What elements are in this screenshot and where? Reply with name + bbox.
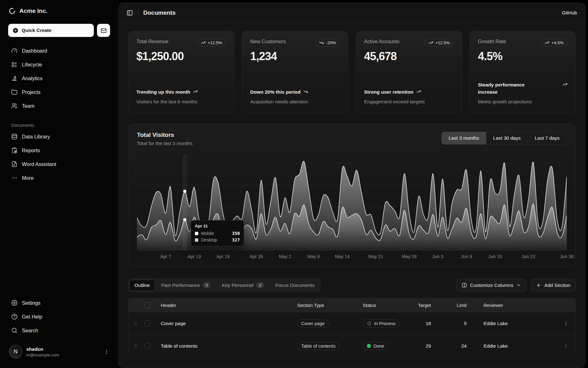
x-tick: Jun 30: [560, 254, 574, 259]
row-reviewer[interactable]: Eddie Lake: [482, 343, 557, 349]
sidebar-item-projects[interactable]: Projects: [8, 85, 110, 99]
range-last-7-days[interactable]: Last 7 days: [528, 132, 566, 144]
trending-up-icon: [201, 40, 205, 45]
file-text-icon: [11, 161, 18, 167]
inbox-button[interactable]: [97, 24, 110, 37]
tab-count-badge: 2: [256, 282, 264, 288]
sidebar-item-label: Data Library: [22, 134, 50, 140]
x-tick: May 14: [335, 254, 350, 259]
github-link[interactable]: GitHub: [562, 10, 577, 16]
spinner-icon: [367, 321, 372, 326]
desktop-swatch: [195, 238, 198, 242]
metric-footer-line2: Visitors for the last 6 months: [136, 98, 226, 105]
tab-past-performance[interactable]: Past Performance3: [156, 279, 216, 291]
avatar: N: [9, 345, 23, 359]
x-tick: Apr 19: [216, 254, 230, 259]
add-section-button[interactable]: Add Section: [531, 279, 576, 292]
sidebar-item-team[interactable]: Team: [8, 99, 110, 113]
x-tick: Jun 22: [522, 254, 535, 259]
x-tick: May 2: [279, 254, 291, 259]
trending-down-icon: [303, 89, 308, 94]
drag-handle[interactable]: [128, 344, 143, 348]
help-circle-icon: [11, 314, 18, 320]
sidebar-item-analytics[interactable]: Analytics: [8, 71, 110, 85]
tab-key-personnel[interactable]: Key Personnel2: [216, 279, 269, 291]
row-limit[interactable]: 5: [447, 321, 482, 326]
sidebar-nav-secondary: Settings Get Help Search: [8, 296, 110, 337]
tab-count-badge: 3: [203, 282, 210, 288]
sidebar-item-label: More: [22, 175, 34, 181]
range-last-3-months[interactable]: Last 3 months: [442, 132, 486, 144]
sidebar-item-reports[interactable]: Reports: [8, 143, 110, 157]
row-header[interactable]: Table of contents: [156, 343, 289, 349]
row-actions-kebab[interactable]: [563, 321, 569, 326]
sidebar-item-more[interactable]: More: [8, 171, 110, 185]
select-all-checkbox[interactable]: [144, 302, 150, 308]
metric-footer-line2: Engagement exceed targets: [364, 98, 454, 105]
tab-outline[interactable]: Outline: [129, 280, 155, 291]
sidebar-item-datalib[interactable]: Data Library: [8, 130, 110, 143]
brand-logo-icon: [9, 8, 16, 14]
user-menu-kebab-icon[interactable]: [104, 349, 109, 355]
sidebar-item-lifecycle[interactable]: Lifecycle: [8, 58, 110, 71]
sidebar-nav-main: Dashboard Lifecycle Analytics Projects T…: [8, 44, 110, 113]
range-last-30-days[interactable]: Last 30 days: [486, 132, 528, 144]
sidebar-item-help[interactable]: Get Help: [8, 310, 110, 324]
sidebar: Acme Inc. Quick Create Dashboard Lifecyc…: [0, 0, 118, 368]
sections-table: Header Section Type Status Target Limit …: [128, 298, 576, 357]
row-target[interactable]: 18: [417, 321, 447, 326]
row-checkbox[interactable]: [144, 320, 150, 326]
x-tick: Jun 9: [461, 254, 472, 259]
drag-handle[interactable]: [128, 321, 143, 326]
sidebar-item-label: Word Assistant: [22, 161, 56, 167]
x-tick: Apr 7: [160, 254, 171, 259]
tab-focus-documents[interactable]: Focus Documents: [270, 280, 320, 291]
quick-create-button[interactable]: Quick Create: [8, 24, 94, 37]
tooltip-row-desktop: Desktop 327: [195, 237, 240, 242]
user-name: shadcn: [26, 346, 100, 352]
row-header[interactable]: Cover page: [156, 321, 289, 326]
metric-label: New Customers: [250, 39, 286, 44]
row-checkbox[interactable]: [144, 343, 150, 349]
lifecycle-icon: [11, 61, 18, 68]
status-badge: Done: [363, 342, 388, 350]
metric-cards: Total Revenue +12.5% $1,250.00 Trending …: [128, 31, 576, 113]
user-menu[interactable]: N shadcn m@example.com: [8, 343, 110, 360]
tooltip-row-mobile: Mobile 350: [195, 231, 240, 236]
row-target[interactable]: 29: [417, 343, 447, 349]
metric-value: 45,678: [364, 50, 454, 63]
metric-footer-line2: Acquisition needs attention: [250, 98, 340, 105]
sidebar-item-dashboard[interactable]: Dashboard: [8, 44, 110, 58]
visitors-area-chart[interactable]: Apr 11 Mobile 350 Desktop 327: [137, 154, 567, 250]
row-actions-kebab[interactable]: [563, 343, 569, 349]
dashboard-icon: [11, 48, 18, 54]
metric-card-4: Growth Rate +4.5% 4.5% Steady performanc…: [469, 31, 576, 113]
trending-up-icon: [416, 89, 421, 94]
done-dot-icon: [367, 344, 371, 348]
mail-icon: [101, 28, 107, 34]
metric-label: Growth Rate: [478, 39, 506, 44]
sidebar-item-label: Search: [22, 328, 38, 334]
sidebar-item-search[interactable]: Search: [8, 324, 110, 337]
metric-value: 4.5%: [478, 50, 567, 63]
table-header-row: Header Section Type Status Target Limit …: [128, 298, 575, 312]
trending-up-icon: [428, 40, 433, 45]
row-reviewer[interactable]: Eddie Lake: [482, 321, 557, 326]
page-title: Documents: [143, 9, 175, 16]
bar-chart-icon: [11, 75, 18, 81]
sidebar-item-word[interactable]: Word Assistant: [8, 157, 110, 171]
row-limit[interactable]: 24: [447, 343, 482, 349]
x-tick: May 28: [402, 254, 417, 259]
header-divider: [138, 10, 138, 16]
range-toggle-group: Last 3 monthsLast 30 daysLast 7 days: [441, 132, 567, 145]
sections-tabs: OutlinePast Performance3Key Personnel2Fo…: [128, 278, 321, 292]
sidebar-toggle-button[interactable]: [127, 10, 133, 16]
trending-up-icon: [563, 82, 567, 87]
chart-subtitle: Total for the last 3 months: [137, 141, 192, 146]
brand[interactable]: Acme Inc.: [8, 6, 110, 16]
page-header: Documents GitHub: [119, 3, 585, 23]
sidebar-item-settings[interactable]: Settings: [8, 296, 110, 310]
customize-columns-button[interactable]: Customize Columns: [456, 279, 527, 292]
chevron-down-icon: [516, 283, 521, 288]
clipboard-icon: [11, 147, 18, 153]
